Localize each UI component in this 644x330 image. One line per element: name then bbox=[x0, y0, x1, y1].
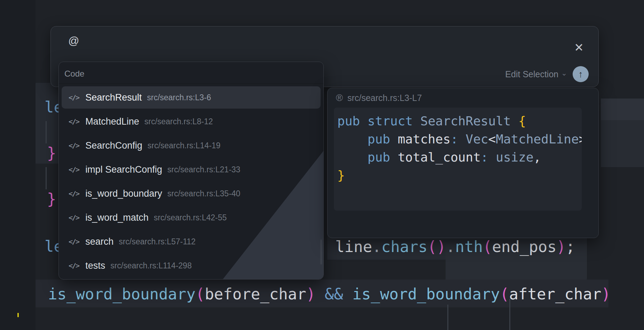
indent-guide bbox=[46, 121, 47, 143]
indent-guide bbox=[509, 299, 510, 330]
list-item[interactable]: </> SearchResult src/search.rs:L3-6 bbox=[62, 86, 321, 109]
symbol-path: src/search.rs:L14-19 bbox=[148, 141, 221, 150]
edit-selection-dropdown[interactable]: Edit Selection ⌄ bbox=[505, 69, 567, 79]
code-icon: </> bbox=[69, 117, 79, 126]
background-highlight-shape bbox=[601, 99, 644, 120]
editor-code-line: is_word_boundary(before_char) && is_word… bbox=[48, 286, 611, 302]
symbol-list: </> SearchResult src/search.rs:L3-6 </> … bbox=[62, 86, 321, 277]
code-icon: </> bbox=[69, 189, 79, 198]
list-item[interactable]: </> impl SearchConfig src/search.rs:L21-… bbox=[62, 158, 321, 181]
symbol-name: MatchedLine bbox=[85, 116, 139, 127]
rust-logo-icon: ® bbox=[336, 93, 343, 103]
divider bbox=[59, 84, 323, 84]
prompt-input[interactable]: @ bbox=[68, 35, 79, 47]
send-button[interactable]: ↑ bbox=[573, 66, 589, 82]
list-item[interactable]: </> is_word_match src/search.rs:L42-55 bbox=[62, 206, 321, 229]
chevron-down-icon: ⌄ bbox=[561, 70, 567, 77]
file-reference: src/search.rs:L3-L7 bbox=[347, 93, 422, 103]
screen: let } }; let line.chars().nth(end_pos); … bbox=[0, 0, 644, 330]
list-item[interactable]: </> is_word_boundary src/search.rs:L35-4… bbox=[62, 182, 321, 205]
symbol-name: is_word_boundary bbox=[85, 188, 162, 199]
symbol-name: search bbox=[85, 236, 113, 247]
diagnostic-tick bbox=[17, 313, 19, 317]
code-preview-block: pub struct SearchResult { pub matches: V… bbox=[334, 108, 582, 211]
arrow-up-icon: ↑ bbox=[578, 70, 583, 79]
code-icon: </> bbox=[69, 141, 79, 150]
editor-code-line: } bbox=[47, 146, 56, 161]
preview-header: ® src/search.rs:L3-L7 bbox=[336, 93, 422, 103]
section-header: Code bbox=[64, 69, 84, 79]
preview-code-line: } bbox=[337, 166, 582, 184]
symbol-path: src/search.rs:L57-112 bbox=[119, 237, 196, 246]
code-icon: </> bbox=[69, 165, 79, 174]
list-item[interactable]: </> search src/search.rs:L57-112 bbox=[62, 230, 321, 253]
indent-guide bbox=[447, 305, 448, 330]
code-preview-panel: ® src/search.rs:L3-L7 pub struct SearchR… bbox=[327, 88, 599, 238]
symbol-path: src/search.rs:L21-33 bbox=[167, 165, 241, 174]
list-item[interactable]: </> SearchConfig src/search.rs:L14-19 bbox=[62, 134, 321, 157]
list-item[interactable]: </> MatchedLine src/search.rs:L8-12 bbox=[62, 110, 321, 133]
code-symbol-popup: Code </> SearchResult src/search.rs:L3-6… bbox=[58, 62, 324, 280]
list-item[interactable]: </> tests src/search.rs:L114-298 bbox=[62, 254, 321, 277]
editor-code-line: line.chars().nth(end_pos); bbox=[335, 239, 575, 254]
background-highlight-shape bbox=[601, 120, 644, 167]
code-icon: </> bbox=[69, 93, 79, 102]
close-icon[interactable]: ✕ bbox=[572, 40, 586, 54]
code-icon: </> bbox=[69, 237, 79, 246]
code-icon: </> bbox=[69, 261, 79, 270]
preview-code-line: pub total_count: usize, bbox=[337, 148, 582, 166]
symbol-name: is_word_match bbox=[85, 212, 149, 223]
indent-guide bbox=[46, 167, 47, 189]
symbol-path: src/search.rs:L35-40 bbox=[167, 189, 241, 198]
symbol-name: SearchConfig bbox=[85, 140, 142, 151]
editor-gutter bbox=[0, 0, 36, 330]
symbol-path: src/search.rs:L114-298 bbox=[110, 261, 192, 270]
code-icon: </> bbox=[69, 213, 79, 222]
preview-code-line: pub struct SearchResult { bbox=[337, 112, 582, 130]
symbol-name: impl SearchConfig bbox=[85, 164, 162, 175]
scrollbar-thumb[interactable] bbox=[320, 239, 322, 265]
symbol-name: SearchResult bbox=[85, 92, 142, 103]
symbol-path: src/search.rs:L42-55 bbox=[154, 213, 227, 222]
symbol-path: src/search.rs:L3-6 bbox=[147, 93, 211, 102]
symbol-path: src/search.rs:L8-12 bbox=[144, 117, 213, 126]
symbol-name: tests bbox=[85, 260, 105, 271]
edit-selection-label: Edit Selection bbox=[505, 69, 558, 79]
modal-actions: Edit Selection ⌄ ↑ bbox=[505, 66, 589, 82]
preview-code-line: pub matches: Vec<MatchedLine> bbox=[337, 130, 582, 148]
